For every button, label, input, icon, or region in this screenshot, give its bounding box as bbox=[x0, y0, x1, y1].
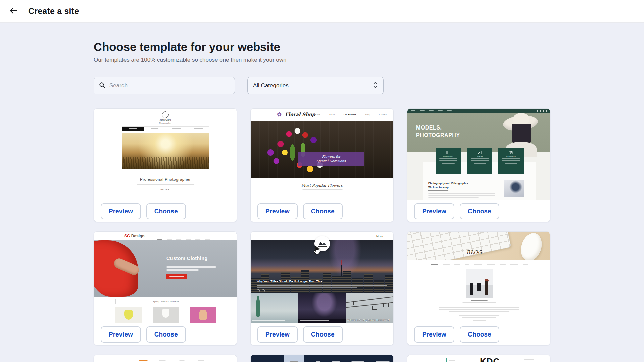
choose-button[interactable]: Choose bbox=[146, 326, 186, 343]
mini-cta-button bbox=[166, 274, 187, 279]
template-card-blog[interactable]: BLOG Pre bbox=[407, 231, 550, 345]
mini-hero-title: BLOG bbox=[466, 249, 482, 255]
back-button[interactable] bbox=[7, 5, 20, 18]
mini-nav-dark bbox=[251, 355, 393, 362]
mountains-icon bbox=[318, 241, 327, 245]
template-card-floral[interactable]: ✿ Floral Shop Home About Our Flowers Sho… bbox=[250, 108, 394, 222]
hamburger-menu-icon bbox=[386, 235, 389, 238]
feature-card-photography: Photography bbox=[498, 148, 524, 174]
template-preview-photographer: John Clark Photographer Professional Pho… bbox=[94, 109, 237, 200]
choose-button[interactable]: Choose bbox=[460, 203, 499, 219]
template-preview-sg-design: SG Design Custom Clothing Spring Collect… bbox=[94, 232, 237, 323]
template-card-sg-design[interactable]: SG Design Custom Clothing Spring Collect… bbox=[94, 231, 237, 345]
feature-card-images: Images bbox=[467, 148, 492, 174]
mini-hero-title-2: PHOTOGRAPHY bbox=[416, 132, 460, 138]
preview-button[interactable]: Preview bbox=[101, 203, 141, 219]
tulip-bouquet bbox=[261, 125, 331, 175]
mini-nav-active-item bbox=[284, 355, 304, 362]
mini-hero-title: Professional Photographer bbox=[94, 177, 237, 182]
thumb-ski-lift: Welcome to Our Blog Feature: Here's How … bbox=[346, 293, 393, 323]
choose-button[interactable]: Choose bbox=[303, 326, 343, 343]
search-input[interactable] bbox=[109, 82, 230, 89]
template-preview-partial-1 bbox=[94, 355, 237, 362]
mini-hero-title-1: MODELS. bbox=[416, 125, 442, 131]
section-subheading: Our templates are 100% customizable so c… bbox=[94, 57, 550, 63]
template-preview-blog: BLOG bbox=[407, 232, 550, 323]
mini-brand: SG Design bbox=[124, 234, 145, 238]
mini-section-subtitle: We love to snap bbox=[428, 186, 449, 189]
mini-hero-red-dress-photo: Custom Clothing bbox=[94, 240, 237, 297]
mini-section-title: Spring Collection Available bbox=[115, 299, 216, 304]
arrow-left-icon bbox=[9, 6, 18, 16]
camera-aperture-logo-icon bbox=[162, 111, 169, 118]
mouse-cursor bbox=[312, 245, 322, 255]
template-card-travel-blog[interactable]: Menu Why Your Titles Should Be No Longer… bbox=[250, 231, 394, 345]
image-icon bbox=[478, 151, 482, 154]
thumb-statue-of-liberty bbox=[251, 293, 298, 323]
template-preview-partial-3: KDC bbox=[407, 355, 550, 362]
product-thumb-white-dress bbox=[153, 307, 179, 323]
template-card-partial-3[interactable]: KDC bbox=[407, 355, 550, 362]
template-preview-travel-blog: Menu Why Your Titles Should Be No Longer… bbox=[251, 232, 393, 323]
preview-button[interactable]: Preview bbox=[257, 203, 298, 219]
mini-nav-tabs bbox=[134, 358, 211, 362]
choose-button[interactable]: Choose bbox=[460, 326, 499, 343]
film-icon bbox=[446, 151, 450, 154]
template-card-photographer[interactable]: John Clark Photographer Professional Pho… bbox=[94, 108, 237, 222]
search-icon bbox=[99, 82, 105, 90]
preview-button[interactable]: Preview bbox=[414, 326, 454, 343]
preview-button[interactable]: Preview bbox=[101, 326, 141, 343]
product-thumb-swimwear bbox=[190, 307, 216, 323]
app-header: Create a site bbox=[0, 0, 644, 23]
mini-hero-overlay: Flowers for Special Occasions bbox=[298, 152, 364, 166]
mini-brand: Floral Shop bbox=[285, 112, 315, 117]
mini-hero-field-photo bbox=[122, 133, 209, 169]
mini-gallery-button: GALLERY bbox=[151, 187, 181, 192]
template-grid: John Clark Photographer Professional Pho… bbox=[94, 108, 550, 362]
product-thumb-yellow-dress bbox=[115, 307, 142, 323]
mini-nav bbox=[407, 109, 550, 113]
section-heading: Choose template for your website bbox=[94, 40, 550, 54]
mini-brand: KDC bbox=[480, 356, 500, 362]
mini-thumbnails-row: Welcome to Our Blog Feature: Here's How … bbox=[251, 293, 393, 323]
mini-section-title: Photography and Videographer bbox=[428, 182, 468, 185]
mini-photo-face bbox=[504, 180, 524, 197]
thumb-night-sky-city bbox=[298, 293, 346, 323]
choose-button[interactable]: Choose bbox=[146, 203, 186, 219]
thumb-caption: Welcome to Our Blog Feature: Here's How … bbox=[347, 319, 389, 321]
mini-nav: Home About Our Flowers Shop Contact bbox=[314, 113, 387, 116]
choose-button[interactable]: Choose bbox=[303, 203, 343, 219]
template-card-partial-2[interactable] bbox=[250, 355, 394, 362]
mini-site-name: John Clark bbox=[94, 119, 237, 121]
mini-photo-office bbox=[466, 269, 493, 298]
mini-section-title: Most Popular Flowers bbox=[251, 183, 393, 188]
search-box[interactable] bbox=[94, 77, 235, 94]
template-preview-floral: ✿ Floral Shop Home About Our Flowers Sho… bbox=[251, 109, 393, 200]
mini-hero-desk-photo: BLOG bbox=[407, 232, 550, 260]
page-title: Create a site bbox=[28, 6, 79, 16]
mini-hero-title: Custom Clothing bbox=[166, 256, 208, 261]
mini-hero-title: Why Your Titles Should Be No Longer Than… bbox=[257, 280, 322, 283]
feature-card-videography: Videography bbox=[436, 148, 461, 174]
chevron-up-down-icon bbox=[373, 81, 378, 90]
category-select-value: All Categories bbox=[253, 82, 289, 89]
template-preview-partial-2 bbox=[251, 355, 393, 362]
camera-icon bbox=[509, 151, 513, 154]
mini-nav bbox=[122, 126, 209, 131]
template-preview-models: MODELS. PHOTOGRAPHY Videography Images bbox=[407, 109, 550, 200]
mini-site-role: Photographer bbox=[94, 122, 237, 124]
mouse-shape bbox=[517, 232, 545, 264]
mini-nav bbox=[431, 264, 528, 265]
flower-logo-icon: ✿ bbox=[277, 111, 282, 118]
category-select[interactable]: All Categories bbox=[247, 77, 384, 94]
preview-button[interactable]: Preview bbox=[414, 203, 454, 219]
preview-button[interactable]: Preview bbox=[257, 326, 298, 343]
template-card-partial-1[interactable] bbox=[94, 355, 237, 362]
mini-hero-tulips-photo: Flowers for Special Occasions bbox=[251, 121, 393, 178]
template-card-models[interactable]: MODELS. PHOTOGRAPHY Videography Images bbox=[407, 108, 550, 222]
mini-menu-label: Menu bbox=[376, 235, 383, 238]
